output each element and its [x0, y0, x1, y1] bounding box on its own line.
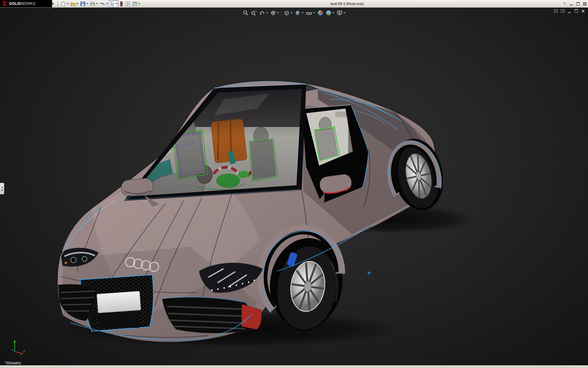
dropdown-arrow-icon[interactable]: [277, 12, 279, 13]
view-settings-icon: [337, 10, 343, 16]
select-cursor-icon: [110, 1, 115, 6]
previous-view-icon: [259, 10, 265, 16]
dropdown-arrow-icon[interactable]: [96, 3, 98, 4]
maximize-icon: [576, 2, 580, 6]
minimize-button[interactable]: [569, 2, 573, 6]
document-window-controls: [554, 9, 585, 13]
zoom-to-fit-button[interactable]: [242, 9, 249, 17]
open-folder-icon: [70, 1, 76, 6]
section-view-icon: [270, 10, 276, 16]
tile-right-icon: [561, 9, 565, 13]
print-icon: [90, 1, 95, 6]
file-properties-icon: [125, 1, 130, 6]
brand-text: SOLIDWORKS: [9, 2, 36, 6]
restore-icon: [575, 9, 578, 13]
save-icon: [80, 1, 85, 6]
help-button[interactable]: ?: [562, 2, 567, 6]
dropdown-arrow-icon[interactable]: [291, 12, 292, 13]
brand-works: WORKS: [21, 2, 36, 6]
view-orientation-cube-icon: [284, 10, 290, 16]
view-orientation-label: *Dimetric: [5, 361, 21, 365]
solidworks-logo-icon: [2, 1, 8, 6]
minimize-doc-button[interactable]: [567, 9, 571, 13]
dropdown-arrow-icon[interactable]: [86, 3, 88, 4]
dropdown-arrow-icon[interactable]: [138, 3, 140, 4]
close-icon: [583, 2, 586, 6]
options-sheet-icon: [132, 1, 138, 6]
panel-collapse-handle[interactable]: [0, 183, 4, 194]
close-icon: [581, 9, 585, 13]
edit-appearance-button[interactable]: [317, 9, 324, 17]
window-title: Audi R8 S [Read-only]: [330, 2, 364, 6]
dropdown-arrow-icon[interactable]: [67, 3, 69, 4]
dropdown-arrow-icon[interactable]: [106, 3, 108, 4]
title-bar: SOLIDWORKS Audi R8 S [Read-only] ?: [0, 0, 588, 8]
rebuild-button[interactable]: [119, 0, 124, 7]
previous-view-button[interactable]: [258, 9, 269, 17]
x-axis-label: X: [23, 350, 25, 353]
license-plate: [97, 291, 141, 313]
tile-left-icon: [554, 9, 558, 13]
view-settings-button[interactable]: [336, 9, 346, 17]
zoom-to-fit-icon: [243, 10, 249, 16]
heads-up-toolbar: [242, 9, 346, 17]
edit-appearance-ball-icon: [317, 10, 323, 16]
dropdown-arrow-icon[interactable]: [302, 12, 303, 13]
windshield-glass: [131, 89, 302, 196]
display-style-button[interactable]: [294, 9, 304, 17]
dropdown-arrow-icon[interactable]: [77, 3, 78, 4]
z-axis: [11, 349, 15, 351]
dropdown-arrow-icon[interactable]: [333, 12, 334, 13]
viewport-canvas[interactable]: X *Dimetric: [0, 7, 588, 366]
undo-icon: [100, 1, 105, 6]
dropdown-arrow-icon[interactable]: [313, 12, 315, 13]
restore-doc-button[interactable]: [574, 9, 578, 13]
minimize-icon: [568, 12, 571, 13]
tile-right-button[interactable]: [561, 9, 565, 13]
rebuild-icon: [119, 1, 123, 6]
print-button[interactable]: [89, 0, 99, 7]
close-button[interactable]: [582, 2, 587, 6]
reference-triad: X: [9, 339, 26, 355]
hide-show-items-glasses-icon: [306, 10, 312, 16]
save-button[interactable]: [79, 0, 89, 7]
apply-scene-icon: [326, 10, 332, 16]
help-icon: ?: [564, 2, 565, 6]
vertex-marker[interactable]: [367, 270, 371, 275]
dropdown-arrow-icon[interactable]: [266, 12, 268, 13]
dropdown-arrow-icon[interactable]: [116, 3, 118, 4]
new-document-icon: [61, 1, 66, 6]
taskbar-strip: [0, 365, 588, 368]
select-tool-button[interactable]: [109, 0, 119, 7]
zoom-to-area-icon: [251, 10, 257, 16]
brand-expander-arrow[interactable]: [52, 2, 54, 5]
section-view-button[interactable]: [270, 9, 280, 17]
brand-solid: SOLID: [9, 2, 21, 6]
hide-show-items-button[interactable]: [305, 9, 316, 17]
car-model[interactable]: [0, 7, 588, 366]
chevron-left-icon: [2, 186, 3, 188]
apply-scene-button[interactable]: [325, 9, 335, 17]
x-axis-arrow: [21, 353, 23, 355]
close-doc-button[interactable]: [581, 9, 585, 13]
minimize-icon: [570, 5, 573, 5]
file-properties-button[interactable]: [124, 0, 131, 7]
open-button[interactable]: [70, 0, 79, 7]
solidworks-brand: SOLIDWORKS: [0, 0, 52, 7]
options-sheet-button[interactable]: [131, 0, 141, 7]
y-axis-arrow: [14, 340, 16, 342]
maximize-button[interactable]: [576, 2, 580, 6]
new-document-button[interactable]: [60, 0, 70, 7]
tile-left-button[interactable]: [554, 9, 558, 13]
dropdown-arrow-icon[interactable]: [344, 12, 345, 13]
undo-button[interactable]: [99, 0, 109, 7]
display-style-icon: [295, 10, 301, 16]
zoom-to-area-button[interactable]: [250, 9, 258, 17]
toolbar-grip[interactable]: [56, 1, 58, 6]
toolbar-separator: [281, 10, 281, 15]
chevron-right-icon: [2, 189, 3, 191]
view-orientation-button[interactable]: [283, 9, 293, 17]
